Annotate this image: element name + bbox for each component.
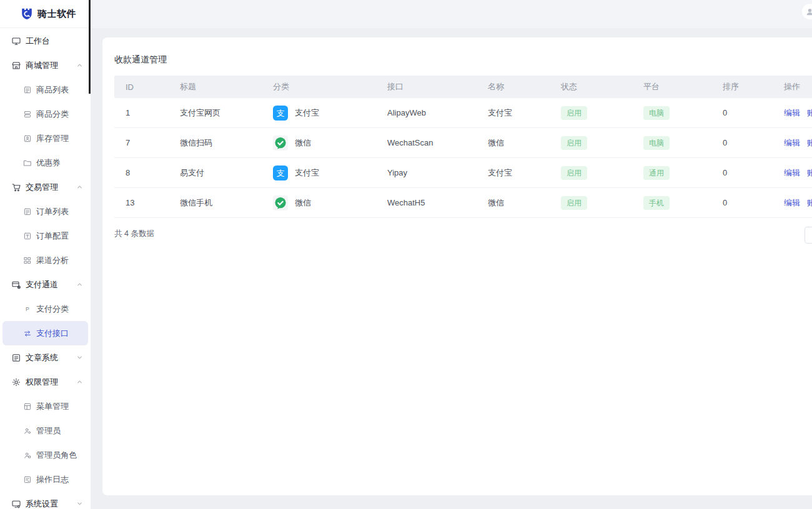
- sidebar-item-channel-analysis[interactable]: 渠道分析: [2, 248, 88, 272]
- platform-badge: 通用: [643, 166, 670, 180]
- cell-name: 支付宝: [477, 167, 550, 179]
- content-card: 收款通道管理 ID标题分类接口名称状态平台排序操作 1支付宝网页支支付宝Alip…: [102, 37, 812, 495]
- column-header: 标题: [169, 81, 262, 92]
- action-link-edit[interactable]: 编辑: [784, 137, 800, 149]
- sidebar-item-workbench[interactable]: 工作台: [2, 29, 88, 53]
- order-config-icon: [23, 232, 32, 240]
- table-row: 8易支付支支付宝Yipay支付宝启用通用0编辑账号: [114, 158, 812, 188]
- category-label: 支付宝: [295, 167, 319, 179]
- wechat-icon: [273, 195, 288, 210]
- sidebar-item-label: 支付接口: [36, 328, 69, 339]
- action-link-account[interactable]: 账号: [807, 107, 812, 119]
- sidebar-item-label: 交易管理: [26, 182, 58, 193]
- platform-badge: 电脑: [643, 106, 670, 120]
- column-header: 排序: [711, 81, 773, 92]
- sidebar-item-label: 操作日志: [36, 474, 69, 485]
- sidebar-item-pay-category[interactable]: P支付分类: [2, 297, 88, 321]
- channel-analysis-icon: [23, 256, 32, 265]
- status-badge: 启用: [561, 106, 587, 120]
- cell-title: 支付宝网页: [169, 107, 262, 119]
- sidebar-item-label: 管理员角色: [36, 450, 77, 461]
- cell-category: 微信: [262, 195, 376, 210]
- sidebar-scrollbar-thumb[interactable]: [89, 0, 91, 94]
- action-link-account[interactable]: 账号: [807, 167, 812, 179]
- sidebar-item-inventory[interactable]: 库存管理: [2, 126, 88, 151]
- cell-name: 支付宝: [477, 107, 550, 119]
- gear-icon: [11, 377, 21, 387]
- sidebar-item-mall[interactable]: 商城管理: [2, 53, 88, 77]
- cell-platform: 电脑: [632, 106, 711, 120]
- cell-category: 支支付宝: [262, 166, 376, 180]
- payment-channel-table: ID标题分类接口名称状态平台排序操作 1支付宝网页支支付宝AlipayWeb支付…: [114, 76, 812, 218]
- sidebar-item-coupon[interactable]: 优惠券: [2, 151, 88, 175]
- cell-api: WechatScan: [376, 138, 477, 147]
- sidebar-item-label: 订单列表: [36, 206, 69, 217]
- action-link-edit[interactable]: 编辑: [784, 197, 800, 209]
- column-header: ID: [114, 82, 169, 92]
- user-avatar[interactable]: [802, 4, 812, 19]
- sidebar-item-menu-manage[interactable]: 菜单管理: [2, 394, 88, 418]
- sidebar-item-label: 库存管理: [36, 133, 69, 144]
- action-link-account[interactable]: 账号: [807, 137, 812, 149]
- sidebar-item-permission[interactable]: 权限管理: [2, 370, 88, 394]
- sidebar-item-label: 权限管理: [26, 377, 58, 388]
- cell-id: 7: [114, 138, 169, 147]
- cell-category: 支支付宝: [262, 106, 376, 121]
- cell-api: WechatH5: [376, 198, 477, 207]
- sidebar-item-goods-list[interactable]: 商品列表: [2, 77, 88, 102]
- cell-platform: 手机: [632, 196, 711, 210]
- column-header: 平台: [632, 81, 711, 92]
- sidebar-item-label: 管理员: [36, 425, 61, 437]
- swap-arrows-icon: [23, 329, 32, 338]
- goods-category-icon: [23, 110, 32, 119]
- status-badge: 启用: [561, 136, 587, 150]
- cell-title: 微信手机: [169, 197, 262, 209]
- sidebar-item-order-list[interactable]: 订单列表: [2, 199, 88, 224]
- cell-platform: 电脑: [632, 136, 711, 150]
- cell-actions: 编辑账号: [773, 137, 812, 149]
- sidebar-item-admin-role[interactable]: 管理员角色: [2, 443, 88, 467]
- cell-id: 13: [114, 198, 169, 207]
- cell-id: 1: [114, 108, 169, 117]
- sidebar-item-label: 订单配置: [36, 230, 69, 242]
- p-letter-icon: P: [23, 305, 32, 314]
- system-settings-icon: [11, 499, 21, 509]
- sidebar-item-order-config[interactable]: 订单配置: [2, 224, 88, 248]
- column-header: 操作: [773, 81, 812, 92]
- category-label: 支付宝: [295, 107, 319, 119]
- sidebar-item-pay-channel[interactable]: 支付通道: [2, 272, 88, 297]
- cell-sort: 0: [711, 168, 773, 177]
- cell-status: 启用: [550, 136, 632, 150]
- table-header-row: ID标题分类接口名称状态平台排序操作: [114, 76, 812, 98]
- cell-sort: 0: [711, 198, 773, 207]
- sidebar-item-admin[interactable]: 管理员: [2, 418, 88, 443]
- action-link-account[interactable]: 账号: [807, 197, 812, 209]
- admin-user-icon: [23, 427, 32, 435]
- sidebar-item-trade[interactable]: 交易管理: [2, 175, 88, 199]
- sidebar-item-article[interactable]: 文章系统: [2, 345, 88, 370]
- menu-manage-icon: [23, 402, 32, 411]
- sidebar-item-system[interactable]: 系统设置: [2, 492, 88, 509]
- sidebar-item-label: 系统设置: [26, 498, 58, 509]
- pagination-button[interactable]: [805, 227, 812, 244]
- sidebar-item-pay-api[interactable]: 支付接口: [2, 321, 88, 345]
- action-link-edit[interactable]: 编辑: [784, 107, 800, 119]
- sidebar-item-label: 文章系统: [26, 352, 58, 363]
- logo-shield-icon: [20, 7, 34, 21]
- app-title: 骑士软件: [37, 8, 76, 20]
- sidebar-item-op-log[interactable]: 操作日志: [2, 467, 88, 492]
- goods-list-icon: [23, 86, 32, 94]
- sidebar-item-label: 菜单管理: [36, 401, 69, 412]
- column-header: 名称: [477, 81, 550, 92]
- sidebar-item-goods-category[interactable]: 商品分类: [2, 102, 88, 126]
- action-link-edit[interactable]: 编辑: [784, 167, 800, 179]
- table-row: 1支付宝网页支支付宝AlipayWeb支付宝启用电脑0编辑账号: [114, 98, 812, 128]
- table-row: 7微信扫码微信WechatScan微信启用电脑0编辑账号: [114, 128, 812, 158]
- cell-id: 8: [114, 168, 169, 177]
- status-badge: 启用: [561, 196, 587, 210]
- svg-text:支: 支: [277, 169, 285, 178]
- sidebar-item-label: 支付通道: [26, 279, 58, 290]
- cell-actions: 编辑账号: [773, 107, 812, 119]
- payment-channel-icon: [11, 280, 21, 290]
- status-badge: 启用: [561, 166, 587, 180]
